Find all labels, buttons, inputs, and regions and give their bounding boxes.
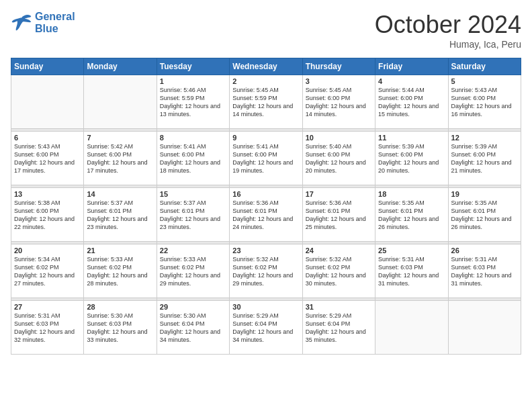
- day-number: 12: [451, 134, 518, 142]
- day-info: Sunrise: 5:36 AM Sunset: 6:01 PM Dayligh…: [232, 199, 299, 232]
- day-cell: 19Sunrise: 5:35 AM Sunset: 6:01 PM Dayli…: [448, 188, 521, 242]
- calendar-table: SundayMondayTuesdayWednesdayThursdayFrid…: [11, 58, 521, 355]
- day-cell: [375, 301, 448, 355]
- day-cell: 21Sunrise: 5:33 AM Sunset: 6:02 PM Dayli…: [84, 244, 157, 298]
- day-info: Sunrise: 5:46 AM Sunset: 5:59 PM Dayligh…: [160, 86, 226, 119]
- day-number: 20: [14, 246, 81, 255]
- day-info: Sunrise: 5:35 AM Sunset: 6:01 PM Dayligh…: [378, 199, 445, 232]
- day-cell: 24Sunrise: 5:32 AM Sunset: 6:02 PM Dayli…: [302, 244, 375, 298]
- day-number: 4: [378, 77, 445, 85]
- day-info: Sunrise: 5:38 AM Sunset: 6:00 PM Dayligh…: [14, 199, 81, 232]
- day-number: 6: [14, 134, 81, 142]
- day-info: Sunrise: 5:45 AM Sunset: 5:59 PM Dayligh…: [232, 86, 299, 119]
- day-cell: 9Sunrise: 5:41 AM Sunset: 6:00 PM Daylig…: [230, 132, 302, 185]
- week-row-4: 20Sunrise: 5:34 AM Sunset: 6:02 PM Dayli…: [11, 244, 521, 298]
- day-info: Sunrise: 5:33 AM Sunset: 6:02 PM Dayligh…: [87, 255, 153, 288]
- day-info: Sunrise: 5:43 AM Sunset: 6:00 PM Dayligh…: [451, 86, 518, 119]
- day-cell: [84, 75, 157, 129]
- day-cell: 15Sunrise: 5:37 AM Sunset: 6:01 PM Dayli…: [157, 188, 229, 242]
- day-cell: 3Sunrise: 5:45 AM Sunset: 6:00 PM Daylig…: [302, 75, 375, 129]
- day-cell: 27Sunrise: 5:31 AM Sunset: 6:03 PM Dayli…: [11, 301, 84, 355]
- day-info: Sunrise: 5:41 AM Sunset: 6:00 PM Dayligh…: [160, 142, 226, 175]
- day-cell: 4Sunrise: 5:44 AM Sunset: 6:00 PM Daylig…: [375, 75, 448, 129]
- weekday-header-monday: Monday: [84, 58, 157, 75]
- week-row-3: 13Sunrise: 5:38 AM Sunset: 6:00 PM Dayli…: [11, 188, 521, 242]
- weekday-header-thursday: Thursday: [302, 58, 375, 75]
- day-cell: 31Sunrise: 5:29 AM Sunset: 6:04 PM Dayli…: [302, 301, 375, 355]
- day-number: 2: [232, 77, 299, 85]
- day-number: 3: [306, 77, 372, 85]
- day-cell: 16Sunrise: 5:36 AM Sunset: 6:01 PM Dayli…: [230, 188, 302, 242]
- day-info: Sunrise: 5:43 AM Sunset: 6:00 PM Dayligh…: [14, 142, 81, 175]
- day-cell: 18Sunrise: 5:35 AM Sunset: 6:01 PM Dayli…: [375, 188, 448, 242]
- day-number: 22: [160, 246, 226, 255]
- day-cell: 26Sunrise: 5:31 AM Sunset: 6:03 PM Dayli…: [448, 244, 521, 298]
- weekday-header-sunday: Sunday: [11, 58, 84, 75]
- day-number: 24: [306, 246, 372, 255]
- day-number: 19: [451, 190, 518, 198]
- day-number: 10: [306, 134, 372, 142]
- day-cell: 23Sunrise: 5:32 AM Sunset: 6:02 PM Dayli…: [230, 244, 302, 298]
- day-cell: 8Sunrise: 5:41 AM Sunset: 6:00 PM Daylig…: [157, 132, 229, 185]
- week-row-5: 27Sunrise: 5:31 AM Sunset: 6:03 PM Dayli…: [11, 301, 521, 355]
- day-number: 31: [306, 303, 372, 311]
- weekday-header-row: SundayMondayTuesdayWednesdayThursdayFrid…: [11, 58, 521, 75]
- day-info: Sunrise: 5:30 AM Sunset: 6:03 PM Dayligh…: [87, 312, 153, 345]
- logo-text: General Blue: [35, 11, 75, 34]
- logo-bird-icon: [11, 13, 32, 32]
- day-info: Sunrise: 5:45 AM Sunset: 6:00 PM Dayligh…: [306, 86, 372, 119]
- day-number: 14: [87, 190, 153, 198]
- day-cell: 25Sunrise: 5:31 AM Sunset: 6:03 PM Dayli…: [375, 244, 448, 298]
- day-info: Sunrise: 5:31 AM Sunset: 6:03 PM Dayligh…: [451, 255, 518, 288]
- day-info: Sunrise: 5:41 AM Sunset: 6:00 PM Dayligh…: [232, 142, 299, 175]
- day-number: 26: [451, 246, 518, 255]
- day-info: Sunrise: 5:36 AM Sunset: 6:01 PM Dayligh…: [306, 199, 372, 232]
- day-cell: 6Sunrise: 5:43 AM Sunset: 6:00 PM Daylig…: [11, 132, 84, 185]
- day-cell: [448, 301, 521, 355]
- day-info: Sunrise: 5:40 AM Sunset: 6:00 PM Dayligh…: [306, 142, 372, 175]
- day-cell: 2Sunrise: 5:45 AM Sunset: 5:59 PM Daylig…: [230, 75, 302, 129]
- day-number: 23: [232, 246, 299, 255]
- day-number: 13: [14, 190, 81, 198]
- day-info: Sunrise: 5:32 AM Sunset: 6:02 PM Dayligh…: [232, 255, 299, 288]
- day-cell: 11Sunrise: 5:39 AM Sunset: 6:00 PM Dayli…: [375, 132, 448, 185]
- day-info: Sunrise: 5:30 AM Sunset: 6:04 PM Dayligh…: [160, 312, 226, 345]
- day-number: 16: [232, 190, 299, 198]
- day-number: 9: [232, 134, 299, 142]
- day-info: Sunrise: 5:29 AM Sunset: 6:04 PM Dayligh…: [232, 312, 299, 345]
- day-cell: 7Sunrise: 5:42 AM Sunset: 6:00 PM Daylig…: [84, 132, 157, 185]
- day-cell: 20Sunrise: 5:34 AM Sunset: 6:02 PM Dayli…: [11, 244, 84, 298]
- day-info: Sunrise: 5:39 AM Sunset: 6:00 PM Dayligh…: [378, 142, 445, 175]
- day-cell: 17Sunrise: 5:36 AM Sunset: 6:01 PM Dayli…: [302, 188, 375, 242]
- title-block: October 2024 Humay, Ica, Peru: [375, 11, 521, 50]
- day-cell: 30Sunrise: 5:29 AM Sunset: 6:04 PM Dayli…: [230, 301, 302, 355]
- weekday-header-friday: Friday: [375, 58, 448, 75]
- location: Humay, Ica, Peru: [375, 39, 521, 50]
- day-number: 8: [160, 134, 226, 142]
- logo: General Blue: [11, 11, 75, 34]
- day-cell: 28Sunrise: 5:30 AM Sunset: 6:03 PM Dayli…: [84, 301, 157, 355]
- day-number: 15: [160, 190, 226, 198]
- day-info: Sunrise: 5:35 AM Sunset: 6:01 PM Dayligh…: [451, 199, 518, 232]
- day-number: 25: [378, 246, 445, 255]
- day-number: 17: [306, 190, 372, 198]
- day-info: Sunrise: 5:42 AM Sunset: 6:00 PM Dayligh…: [87, 142, 153, 175]
- day-number: 7: [87, 134, 153, 142]
- day-info: Sunrise: 5:39 AM Sunset: 6:00 PM Dayligh…: [451, 142, 518, 175]
- day-cell: 5Sunrise: 5:43 AM Sunset: 6:00 PM Daylig…: [448, 75, 521, 129]
- day-cell: [11, 75, 84, 129]
- day-info: Sunrise: 5:33 AM Sunset: 6:02 PM Dayligh…: [160, 255, 226, 288]
- week-row-2: 6Sunrise: 5:43 AM Sunset: 6:00 PM Daylig…: [11, 132, 521, 185]
- day-info: Sunrise: 5:31 AM Sunset: 6:03 PM Dayligh…: [14, 312, 81, 345]
- day-number: 11: [378, 134, 445, 142]
- weekday-header-tuesday: Tuesday: [157, 58, 229, 75]
- day-number: 30: [232, 303, 299, 311]
- day-number: 18: [378, 190, 445, 198]
- day-number: 27: [14, 303, 81, 311]
- day-info: Sunrise: 5:37 AM Sunset: 6:01 PM Dayligh…: [87, 199, 153, 232]
- week-row-1: 1Sunrise: 5:46 AM Sunset: 5:59 PM Daylig…: [11, 75, 521, 129]
- weekday-header-saturday: Saturday: [448, 58, 521, 75]
- day-number: 29: [160, 303, 226, 311]
- weekday-header-wednesday: Wednesday: [230, 58, 302, 75]
- day-info: Sunrise: 5:34 AM Sunset: 6:02 PM Dayligh…: [14, 255, 81, 288]
